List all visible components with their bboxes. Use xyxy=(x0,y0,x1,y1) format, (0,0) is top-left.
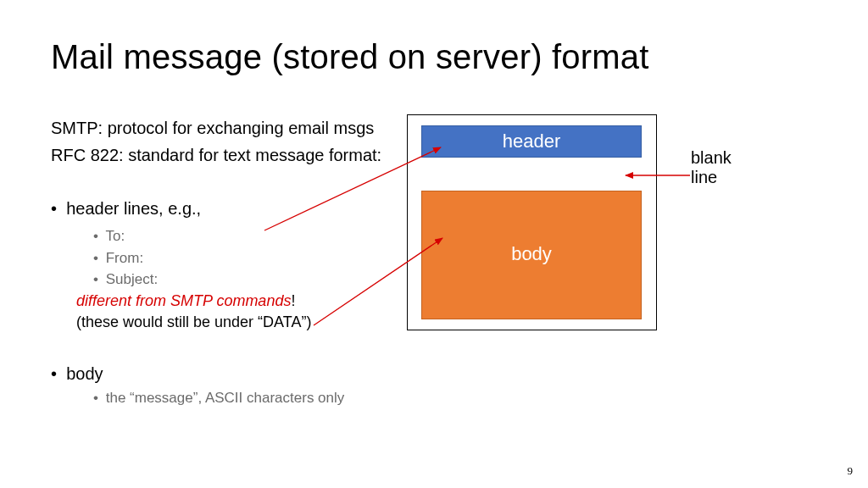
bullet-dot: • xyxy=(93,269,102,291)
blank-word-1: blank xyxy=(691,148,732,167)
exclamation: ! xyxy=(291,292,295,309)
blank-line-label: blank line xyxy=(691,148,732,187)
text-rfc822: RFC 822: standard for text message forma… xyxy=(51,146,381,165)
bullet-header-label: header lines, e.g., xyxy=(66,199,201,218)
bullet-dot: • xyxy=(93,247,102,269)
sub-body-text: the “message”, ASCII characters only xyxy=(106,390,345,406)
sub-bullets-header: • To: • From: • Subject: xyxy=(93,225,158,291)
bullet-dot: • xyxy=(51,364,57,383)
emphasis-text: different from SMTP commands xyxy=(76,292,291,309)
slide-title: Mail message (stored on server) format xyxy=(51,38,649,76)
sub-to: To: xyxy=(105,228,125,244)
bullet-header-lines: • header lines, e.g., xyxy=(51,199,201,219)
bullet-body-label: body xyxy=(66,364,103,383)
slide: Mail message (stored on server) format S… xyxy=(0,0,868,488)
bullet-body: • body xyxy=(51,364,103,384)
bullet-dot: • xyxy=(51,199,57,218)
blank-word-2: line xyxy=(691,168,717,186)
sub-from: From: xyxy=(106,250,143,266)
emphasis-different: different from SMTP commands! xyxy=(76,292,295,310)
header-block: header xyxy=(421,125,642,158)
sub-body-desc: • the “message”, ASCII characters only xyxy=(93,390,344,407)
bullet-dot: • xyxy=(93,225,102,247)
body-block: body xyxy=(421,191,642,319)
page-number: 9 xyxy=(848,464,854,478)
note-under-data: (these would still be under “DATA”) xyxy=(76,313,311,331)
text-smtp: SMTP: protocol for exchanging email msgs xyxy=(51,119,374,138)
bullet-dot: • xyxy=(93,390,102,407)
sub-subject: Subject: xyxy=(106,271,158,287)
